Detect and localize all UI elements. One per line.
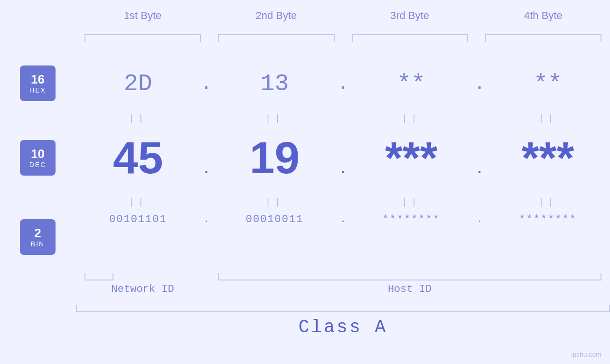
bottom-section: Network ID Host ID Class A <box>76 273 610 337</box>
bin-val-2: 00010011 <box>213 214 337 225</box>
equals-row-1: || || || || <box>76 113 610 124</box>
eq2-cell-3: || <box>349 197 474 208</box>
bin-val-4: ******** <box>486 214 610 225</box>
hex-number: 16 <box>31 73 45 86</box>
dec-number: 10 <box>31 147 45 161</box>
hex-values-row: 2D . 13 . ** . ** <box>76 70 610 97</box>
watermark: ipshu.com <box>571 351 601 358</box>
eq2-cell-4: || <box>486 197 610 208</box>
bracket-byte1 <box>84 34 201 42</box>
bottom-brackets <box>76 273 610 280</box>
hex-val-4: ** <box>486 70 610 97</box>
eq1-cell-3: || <box>349 113 474 124</box>
bracket-byte2 <box>218 34 334 42</box>
eq1-cell-1: || <box>76 113 200 124</box>
top-brackets <box>76 34 610 42</box>
hex-sep-2: . <box>337 73 349 95</box>
byte-header-3: 3rd Byte <box>343 9 477 22</box>
id-labels-row: Network ID Host ID <box>76 283 610 295</box>
dec-label: DEC <box>29 161 47 168</box>
bin-sep-1: . <box>200 214 213 225</box>
equals-row-2: || || || || <box>76 197 610 208</box>
byte-headers-row: 1st Byte 2nd Byte 3rd Byte 4th Byte <box>76 9 610 22</box>
hex-sep-1: . <box>200 73 213 95</box>
eq2-cell-2: || <box>213 197 337 208</box>
host-id-label: Host ID <box>209 283 610 295</box>
bracket-byte3 <box>352 34 468 42</box>
hex-val-2: 13 <box>213 70 337 97</box>
dec-val-2: 19 <box>213 132 337 184</box>
byte-header-2: 2nd Byte <box>209 9 343 22</box>
byte-header-1: 1st Byte <box>76 9 209 22</box>
bin-val-1: 00101101 <box>76 214 200 225</box>
bracket-byte4 <box>485 34 601 42</box>
network-id-label: Network ID <box>76 283 209 295</box>
byte-header-4: 4th Byte <box>477 9 610 22</box>
hex-val-3: ** <box>349 70 474 97</box>
hex-sep-3: . <box>473 73 486 95</box>
main-container: 1st Byte 2nd Byte 3rd Byte 4th Byte 16 H… <box>0 0 610 364</box>
dec-sep-3: . <box>473 162 486 177</box>
hex-badge: 16 HEX <box>20 65 56 101</box>
bin-label: BIN <box>31 240 45 248</box>
eq1-cell-2: || <box>213 113 337 124</box>
bin-sep-3: . <box>473 214 486 225</box>
network-id-bracket <box>84 273 113 280</box>
bin-val-3: ******** <box>349 214 474 225</box>
class-label: Class A <box>76 317 610 337</box>
host-id-bracket <box>218 273 601 280</box>
hex-val-1: 2D <box>76 70 200 97</box>
eq2-cell-1: || <box>76 197 200 208</box>
dec-val-4: *** <box>486 132 610 184</box>
dec-badge: 10 DEC <box>20 140 56 176</box>
dec-values-row: 45 . 19 . *** . *** <box>76 132 610 184</box>
dec-sep-1: . <box>200 162 213 177</box>
eq1-cell-4: || <box>486 113 610 124</box>
hex-label: HEX <box>29 86 46 94</box>
bin-sep-2: . <box>337 214 349 225</box>
big-bracket <box>76 305 610 312</box>
bin-badge: 2 BIN <box>20 219 56 255</box>
dec-sep-2: . <box>337 162 349 177</box>
dec-val-3: *** <box>349 132 474 184</box>
bin-number: 2 <box>34 226 41 240</box>
bin-values-row: 00101101 . 00010011 . ******** . *******… <box>76 214 610 225</box>
dec-val-1: 45 <box>76 132 200 184</box>
